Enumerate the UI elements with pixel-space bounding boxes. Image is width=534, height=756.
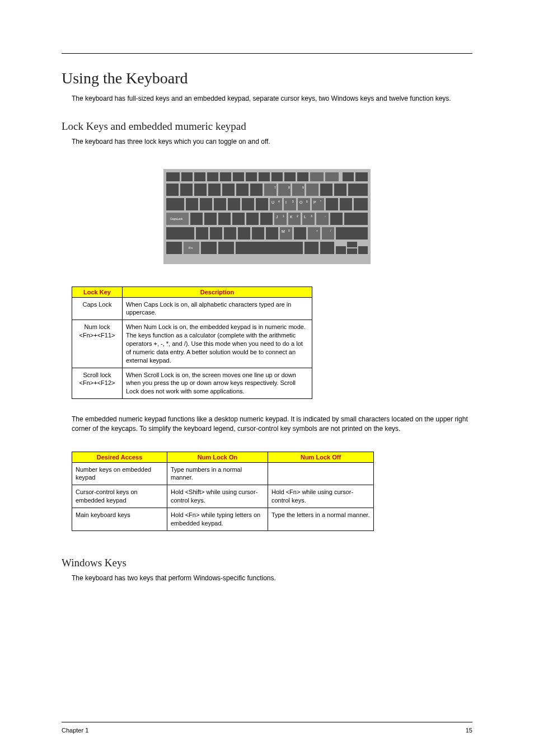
svg-rect-1 — [166, 172, 180, 181]
svg-text:2: 2 — [297, 214, 298, 218]
svg-rect-14 — [343, 172, 354, 181]
svg-text:9: 9 — [302, 186, 304, 189]
keyboard-image: 7 8 9 U 4 I — [62, 169, 472, 266]
svg-rect-76 — [166, 227, 194, 240]
table-row: Number keys on embedded keypad Type numb… — [72, 462, 374, 485]
svg-rect-68 — [344, 213, 368, 225]
table2-r2-c2: Hold <Fn> while typing letters on embedd… — [167, 508, 268, 531]
table1-header-description: Description — [123, 287, 312, 297]
svg-rect-5 — [220, 172, 231, 181]
svg-rect-33 — [166, 198, 184, 210]
table2-r1-c2: Hold <Shift> while using cursor-control … — [167, 485, 268, 508]
svg-rect-87 — [336, 227, 368, 240]
table-row: Scroll lock <Fn>+<F12> When Scroll Lock … — [72, 368, 312, 399]
svg-rect-60 — [232, 213, 245, 225]
svg-text:7: 7 — [274, 186, 276, 189]
svg-rect-35 — [200, 198, 212, 210]
svg-rect-13 — [325, 172, 339, 181]
svg-rect-9 — [271, 172, 283, 181]
svg-rect-103 — [358, 246, 368, 254]
svg-rect-84 — [294, 227, 306, 240]
page-title: Using the Keyboard — [62, 69, 472, 87]
table1-r0-desc: When Caps Lock is on, all alphabetic cha… — [123, 297, 312, 320]
table2-r0-c1: Number keys on embedded keypad — [72, 462, 167, 485]
windows-keys-text: The keyboard has two keys that perform W… — [72, 574, 472, 583]
svg-text:5: 5 — [292, 200, 294, 203]
svg-text:4: 4 — [278, 200, 280, 203]
svg-rect-10 — [284, 172, 296, 181]
svg-rect-22 — [250, 184, 263, 196]
svg-rect-96 — [218, 242, 234, 254]
table-row: Num lock <Fn>+<F11> When Num Lock is on,… — [72, 320, 312, 368]
svg-rect-38 — [242, 198, 254, 210]
svg-rect-101 — [347, 242, 357, 247]
svg-rect-36 — [214, 198, 226, 210]
svg-text:L: L — [304, 215, 306, 219]
table1-r2-desc: When Scroll Lock is on, the screen moves… — [123, 368, 312, 399]
svg-rect-7 — [246, 172, 257, 181]
svg-rect-3 — [194, 172, 205, 181]
svg-rect-92 — [166, 242, 182, 254]
keyboard-icon: 7 8 9 U 4 I — [163, 169, 371, 264]
svg-rect-85 — [308, 227, 320, 240]
intro-paragraph: The keyboard has full-sized keys and an … — [72, 94, 472, 104]
svg-rect-15 — [355, 172, 368, 181]
svg-rect-67 — [330, 213, 343, 225]
svg-rect-21 — [236, 184, 249, 196]
svg-rect-61 — [246, 213, 259, 225]
svg-text:*: * — [320, 200, 321, 203]
table2-r2-c1: Main keyboard keys — [72, 508, 167, 531]
svg-text:K: K — [290, 215, 293, 219]
svg-rect-8 — [259, 172, 270, 181]
svg-rect-27 — [320, 184, 332, 196]
svg-rect-20 — [222, 184, 235, 196]
svg-text:U: U — [271, 200, 274, 204]
svg-text:0: 0 — [288, 229, 290, 232]
svg-rect-99 — [320, 242, 334, 254]
table2-r1-c1: Cursor-control keys on embedded keypad — [72, 485, 167, 508]
svg-rect-100 — [336, 246, 346, 254]
table2-header-numlockon: Num Lock On — [167, 452, 268, 462]
embedded-keypad-paragraph: The embedded numeric keypad functions li… — [72, 415, 472, 434]
svg-text:M: M — [282, 229, 285, 233]
svg-text:I: I — [285, 200, 287, 204]
footer-chapter: Chapter 1 — [62, 727, 88, 734]
svg-rect-2 — [181, 172, 193, 181]
svg-rect-66 — [316, 213, 329, 225]
table-row: Cursor-control keys on embedded keypad H… — [72, 485, 374, 508]
svg-text:Fn: Fn — [189, 246, 193, 250]
svg-rect-29 — [348, 184, 368, 196]
svg-rect-59 — [218, 213, 231, 225]
table1-r0-key: Caps Lock — [72, 297, 123, 320]
table2-r0-c2: Type numbers in a normal manner. — [167, 462, 268, 485]
svg-rect-17 — [180, 184, 193, 196]
table1-r1-desc: When Num Lock is on, the embedded keypad… — [123, 320, 312, 368]
table2-header-numlockoff: Num Lock Off — [268, 452, 374, 462]
svg-rect-28 — [334, 184, 346, 196]
table2-header-access: Desired Access — [72, 452, 167, 462]
svg-rect-57 — [190, 213, 203, 225]
svg-rect-62 — [260, 213, 273, 225]
svg-rect-80 — [238, 227, 250, 240]
svg-rect-16 — [166, 184, 179, 196]
svg-text:1: 1 — [283, 214, 284, 218]
section-windows-keys-heading: Windows Keys — [62, 557, 472, 569]
svg-rect-37 — [228, 198, 240, 210]
svg-rect-34 — [186, 198, 198, 210]
top-horizontal-rule — [62, 53, 472, 54]
svg-rect-95 — [201, 242, 217, 254]
svg-rect-81 — [252, 227, 264, 240]
svg-text:CapsLock: CapsLock — [170, 217, 183, 220]
svg-text:+: + — [316, 229, 318, 232]
svg-rect-97 — [236, 242, 303, 254]
svg-text:P: P — [313, 200, 316, 204]
svg-rect-82 — [266, 227, 278, 240]
svg-rect-18 — [194, 184, 207, 196]
table1-r2-key: Scroll lock <Fn>+<F12> — [72, 368, 123, 399]
table2-r2-c3: Type the letters in a normal manner. — [268, 508, 374, 531]
section-lock-keys-heading: Lock Keys and embedded mumeric keypad — [62, 120, 472, 133]
footer-page-number: 15 — [466, 727, 472, 734]
table1-header-lockkey: Lock Key — [72, 287, 123, 297]
svg-rect-79 — [224, 227, 236, 240]
svg-text:3: 3 — [311, 214, 312, 218]
